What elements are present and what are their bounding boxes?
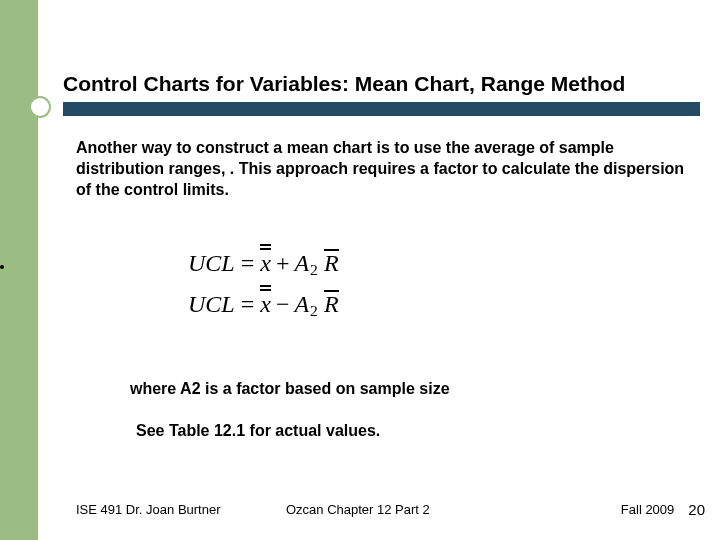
title-underline [63,102,700,118]
x-double-bar: x [260,291,271,318]
equals-sign: = [235,250,261,276]
a-factor: A [294,250,309,276]
slide-content: Control Charts for Variables: Mean Chart… [38,0,720,540]
side-dot [0,265,4,269]
rule-bar [63,102,700,116]
slide-title: Control Charts for Variables: Mean Chart… [63,72,710,96]
equals-sign: = [235,291,261,317]
a-subscript: 2 [309,302,318,319]
footer: ISE 491 Dr. Joan Burtner Ozcan Chapter 1… [76,501,705,518]
minus-sign: − [271,291,295,317]
a-factor: A [294,291,309,317]
left-accent-sidebar [0,0,38,540]
bullet-dot [29,96,51,118]
plus-sign: + [271,250,295,276]
x-double-bar: x [260,250,271,277]
footer-term: Fall 2009 [621,502,674,517]
ucl-label: UCL [188,250,235,276]
intro-paragraph: Another way to construct a mean chart is… [76,138,692,200]
r-bar: R [324,250,339,277]
a-subscript: 2 [309,261,318,278]
footer-page: 20 [688,501,705,518]
footer-chapter: Ozcan Chapter 12 Part 2 [286,502,621,517]
formula-block: UCL=x+A2 R UCL=x−A2 R [188,250,339,332]
lcl-formula: UCL=x−A2 R [188,291,339,320]
lcl-label: UCL [188,291,235,317]
ucl-formula: UCL=x+A2 R [188,250,339,279]
see-table-note: See Table 12.1 for actual values. [136,422,380,440]
r-bar: R [324,291,339,318]
where-note: where A2 is a factor based on sample siz… [130,380,450,398]
footer-course: ISE 491 Dr. Joan Burtner [76,502,286,517]
